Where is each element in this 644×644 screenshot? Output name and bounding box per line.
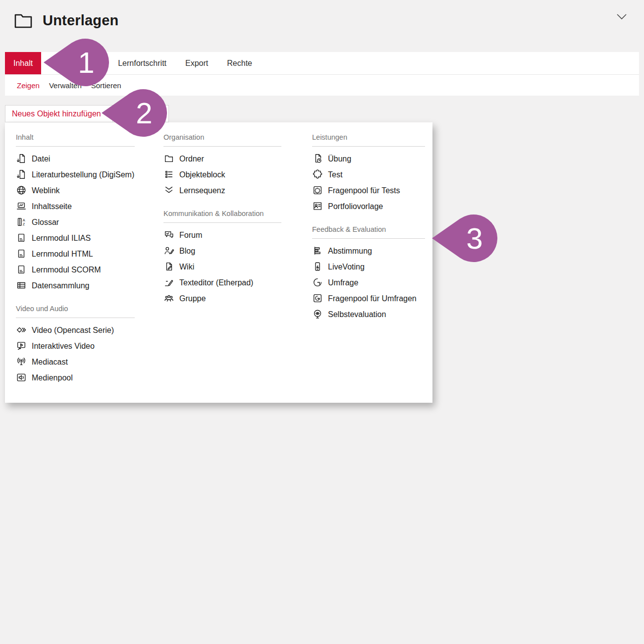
add-object-menu: InhaltDateiLiteraturbestellung (DigiSem)… bbox=[5, 122, 432, 403]
menu-column-2: OrganisationOrdnerObjekteblockLernsequen… bbox=[163, 122, 281, 307]
menu-item-label: Lernmodul SCORM bbox=[32, 266, 101, 274]
menu-item-label: Wiki bbox=[179, 263, 194, 271]
menu-item-medienpool[interactable]: Medienpool bbox=[16, 370, 135, 386]
menu-section-title-inhalt: Inhalt bbox=[16, 122, 135, 142]
add-new-object-button[interactable]: Neues Objekt hinzufügen bbox=[5, 105, 120, 122]
menu-list: AbstimmungLiveVotingUmfrageFragenpool fü… bbox=[312, 239, 425, 322]
menu-item-label: Objekteblock bbox=[179, 170, 225, 179]
menu-item-mediacast[interactable]: Mediacast bbox=[16, 354, 135, 370]
menu-item-objekteblock[interactable]: Objekteblock bbox=[163, 167, 281, 183]
learning-sequence-icon bbox=[163, 185, 174, 196]
menu-item-abstimmung[interactable]: Abstimmung bbox=[312, 243, 425, 259]
menu-item-datei[interactable]: Datei bbox=[16, 151, 135, 167]
file-download-icon bbox=[16, 153, 27, 164]
subtab-sortieren[interactable]: Sortieren bbox=[91, 81, 121, 90]
menu-item-lernmodul-html[interactable]: Lernmodul HTML bbox=[16, 246, 135, 262]
menu-item-label: Selbstevaluation bbox=[328, 310, 386, 319]
tab-export[interactable]: Export bbox=[177, 52, 216, 74]
menu-section-title-feedback-evaluation: Feedback & Evaluation bbox=[312, 215, 425, 234]
menu-section-title-leistungen: Leistungen bbox=[312, 122, 425, 142]
menu-item-umfrage[interactable]: Umfrage bbox=[312, 275, 425, 291]
menu-item-wiki[interactable]: Wiki bbox=[163, 259, 281, 275]
menu-item-label: Gruppe bbox=[179, 294, 206, 303]
menu-item-label: Lernsequenz bbox=[179, 186, 225, 195]
svg-text:Z: Z bbox=[23, 222, 25, 226]
subtab-zeigen[interactable]: Zeigen bbox=[17, 81, 40, 90]
tab-einstellungen[interactable]: Einstellungen bbox=[43, 52, 107, 74]
menu-item-label: Texteditor (Etherpad) bbox=[179, 278, 253, 287]
add-new-object-label: Neues Objekt hinzufügen bbox=[12, 109, 101, 118]
menu-item-texteditor-etherpad[interactable]: Texteditor (Etherpad) bbox=[163, 275, 281, 291]
menu-item-label: Fragenpool für Umfragen bbox=[328, 294, 417, 303]
mediacast-icon bbox=[16, 356, 27, 367]
live-voting-icon bbox=[312, 261, 323, 272]
menu-item-video-opencast-serie[interactable]: Video (Opencast Serie) bbox=[16, 322, 135, 338]
menu-item-portfoliovorlage[interactable]: Portfoliovorlage bbox=[312, 199, 425, 215]
menu-item-gruppe[interactable]: Gruppe bbox=[163, 291, 281, 307]
content-page-icon bbox=[16, 201, 27, 212]
menu-item-label: Interaktives Video bbox=[32, 342, 95, 350]
wiki-icon bbox=[163, 261, 174, 272]
video-series-icon bbox=[16, 324, 27, 335]
page-header: Unterlagen bbox=[14, 12, 118, 29]
test-puzzle-icon bbox=[312, 169, 323, 180]
menu-item-label: Übung bbox=[328, 155, 351, 163]
menu-item-glossar[interactable]: AZGlossar bbox=[16, 215, 135, 230]
obscured-toolbar-button[interactable] bbox=[112, 105, 169, 122]
menu-item-selbstevaluation[interactable]: Selbstevaluation bbox=[312, 307, 425, 322]
menu-item-lernmodul-scorm[interactable]: Lernmodul SCORM bbox=[16, 262, 135, 278]
text-editor-icon bbox=[163, 277, 174, 288]
tab-lernfortschritt[interactable]: Lernfortschritt bbox=[109, 52, 175, 74]
menu-item-literaturbestellung-digisem[interactable]: Literaturbestellung (DigiSem) bbox=[16, 167, 135, 183]
menu-item-label: Portfoliovorlage bbox=[328, 202, 383, 211]
poll-bars-icon bbox=[312, 245, 323, 256]
menu-item-label: Weblink bbox=[32, 186, 60, 195]
menu-item-label: Test bbox=[328, 170, 342, 179]
menu-item-label: Medienpool bbox=[32, 374, 73, 382]
menu-item-livevoting[interactable]: LiveVoting bbox=[312, 259, 425, 275]
menu-list: OrdnerObjekteblockLernsequenz bbox=[163, 147, 281, 199]
menu-item-label: Datensammlung bbox=[32, 281, 90, 290]
menu-item-label: Inhaltsseite bbox=[32, 202, 72, 211]
menu-item-interaktives-video[interactable]: Interaktives Video bbox=[16, 338, 135, 354]
menu-column-1: InhaltDateiLiteraturbestellung (DigiSem)… bbox=[16, 122, 135, 386]
menu-item-lernmodul-ilias[interactable]: Lernmodul ILIAS bbox=[16, 230, 135, 246]
media-pool-icon bbox=[16, 372, 27, 383]
subtab-verwalten[interactable]: Verwalten bbox=[49, 81, 82, 90]
tab-inhalt[interactable]: Inhalt bbox=[5, 52, 41, 74]
menu-item-blog[interactable]: Blog bbox=[163, 243, 281, 259]
menu-list: Video (Opencast Serie)Interaktives Video… bbox=[16, 318, 135, 386]
chevron-down-icon[interactable] bbox=[616, 13, 627, 22]
menu-item-label: Lernmodul HTML bbox=[32, 250, 93, 258]
group-icon bbox=[163, 293, 174, 304]
forum-icon bbox=[163, 229, 174, 240]
menu-item-ordner[interactable]: Ordner bbox=[163, 151, 281, 167]
menu-item-forum[interactable]: Forum bbox=[163, 227, 281, 243]
menu-list: DateiLiteraturbestellung (DigiSem)Weblin… bbox=[16, 147, 135, 294]
menu-item-label: Abstimmung bbox=[328, 247, 372, 255]
callout-3-number: 3 bbox=[466, 222, 483, 255]
menu-item-datensammlung[interactable]: Datensammlung bbox=[16, 278, 135, 294]
tab-rechte[interactable]: Rechte bbox=[218, 52, 261, 74]
glossary-icon: AZ bbox=[16, 216, 27, 227]
globe-icon bbox=[16, 185, 27, 196]
menu-item-weblink[interactable]: Weblink bbox=[16, 183, 135, 199]
menu-section-title-organisation: Organisation bbox=[163, 122, 281, 142]
object-block-icon bbox=[163, 169, 174, 180]
menu-item-label: Forum bbox=[179, 231, 202, 239]
menu-item-label: Video (Opencast Serie) bbox=[32, 326, 114, 334]
blog-icon bbox=[163, 245, 174, 256]
page-title: Unterlagen bbox=[43, 12, 118, 29]
menu-item-label: Lernmodul ILIAS bbox=[32, 234, 91, 242]
survey-icon bbox=[312, 277, 323, 288]
menu-item-label: Blog bbox=[179, 247, 195, 255]
menu-item-test[interactable]: Test bbox=[312, 167, 425, 183]
menu-item-label: Ordner bbox=[179, 155, 204, 163]
exercise-icon bbox=[312, 153, 323, 164]
menu-item-lernsequenz[interactable]: Lernsequenz bbox=[163, 183, 281, 199]
menu-item-label: Glossar bbox=[32, 218, 59, 226]
menu-item-ubung[interactable]: Übung bbox=[312, 151, 425, 167]
menu-item-fragenpool-fur-umfragen[interactable]: Fragenpool für Umfragen bbox=[312, 291, 425, 307]
menu-item-inhaltsseite[interactable]: Inhaltsseite bbox=[16, 199, 135, 215]
menu-item-fragenpool-fur-tests[interactable]: Fragenpool für Tests bbox=[312, 183, 425, 199]
